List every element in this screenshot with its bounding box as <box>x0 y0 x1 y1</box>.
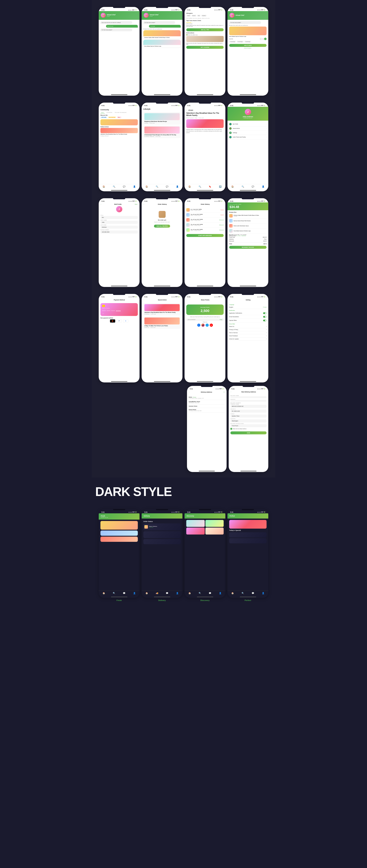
instagram-share-btn[interactable]: 📷 <box>201 323 204 327</box>
nav-search-icon[interactable]: 🔍 <box>156 185 158 188</box>
email-notif-setting[interactable]: Email Newsletters <box>229 315 266 319</box>
tag-high-protein[interactable]: HIGH PROTEIN <box>108 117 116 118</box>
email-notif-toggle[interactable] <box>263 316 266 318</box>
recipe-card-2[interactable]: Oven Baked Apricot Chicken Legs <box>143 40 181 48</box>
tab-nutrition[interactable]: NUTRITION <box>106 112 113 114</box>
tab-daily[interactable]: DAILY <box>101 112 105 114</box>
decrement-btn[interactable]: - <box>260 38 262 40</box>
nav-profile-icon[interactable]: 👤 <box>262 592 265 595</box>
nav-search-icon[interactable]: 🔍 <box>242 592 244 595</box>
apple-pay-btn[interactable]: 🍎 <box>110 319 115 322</box>
tag-calories[interactable]: CAL... <box>117 117 121 118</box>
saved-article-1[interactable]: Valentine's Day Breakfast Ideas For The … <box>143 303 181 316</box>
get-cooking-button[interactable]: GET COOKING <box>186 46 224 49</box>
profile-item-settings[interactable]: ⚙️ Settings › <box>229 131 266 135</box>
privacy-setting[interactable]: Privacy of Policy › <box>229 328 266 331</box>
nav-search-icon[interactable]: 🔍 <box>198 592 201 595</box>
view-all-link[interactable]: view all recipes › <box>229 48 266 49</box>
back-btn[interactable]: ‹ <box>231 391 231 393</box>
input-country[interactable]: Washington <box>230 420 266 422</box>
chat-bubble-2[interactable]: Now 20 mins <box>106 25 138 28</box>
back-btn[interactable]: ‹ <box>101 299 101 301</box>
input-address-in[interactable]: DC 2025-1100 <box>230 410 266 413</box>
address-home[interactable]: Home (Default) 1702 Athens Place, Quebec… <box>189 396 225 400</box>
portion-4[interactable]: 4 servings <box>244 41 251 42</box>
input-phone[interactable]: 426-980-0063 <box>101 230 138 234</box>
add-address-btn[interactable]: + <box>223 391 225 393</box>
update-setting[interactable]: Check for Update › <box>229 338 266 341</box>
back-btn[interactable]: ‹ <box>144 299 144 301</box>
start-new-box-btn[interactable]: START WITH NEW BOX <box>186 234 224 237</box>
input-delivery-instructions[interactable]: Front Porch <box>230 424 266 427</box>
back-icon[interactable]: ‹ <box>186 110 187 111</box>
nav-community-icon[interactable]: 💬 <box>166 592 169 595</box>
order-item-5[interactable]: Tue, 15 Jan 6:00-7:00PM $29.32 · 3 recip… <box>186 227 224 232</box>
save-address-btn[interactable]: SAVE <box>230 431 266 434</box>
nav-home-icon[interactable]: 🏠 <box>188 592 191 595</box>
order-item-4[interactable]: Thu, 36 Jan 6:00-7:00PM $29.32 · 3 recip… <box>186 222 224 227</box>
nav-home-icon[interactable]: 🏠 <box>102 185 105 188</box>
nav-search-icon[interactable]: 🔍 <box>113 592 115 595</box>
nav-profile-icon[interactable]: 👤 <box>219 592 222 595</box>
nav-community-icon[interactable]: 💬 <box>209 592 211 595</box>
back-btn[interactable]: ‹ <box>101 204 101 205</box>
google-pay-btn[interactable]: G <box>123 319 129 322</box>
input-title[interactable]: Mrs <box>101 216 138 219</box>
order-status-2[interactable]: Cancel <box>220 214 224 215</box>
tab-tips[interactable]: TIPS AND TECHNIQUES <box>114 112 127 114</box>
profile-item-myprofile[interactable]: 👤 My Profile › <box>229 122 266 126</box>
special-offers-setting[interactable]: Special Offers <box>229 319 266 322</box>
portion-3[interactable]: 3 servings <box>237 41 244 42</box>
terms-setting[interactable]: Term of Service › <box>229 331 266 334</box>
nav-home-icon[interactable]: 🏠 <box>231 185 234 188</box>
order-status-1[interactable]: Cancel <box>220 209 224 210</box>
nav-home-icon[interactable]: 🏠 <box>231 592 234 595</box>
back-btn[interactable]: ‹ <box>187 299 187 301</box>
quantity-stepper[interactable]: - 1 + <box>260 38 266 40</box>
input-delivery-name[interactable] <box>230 396 266 398</box>
app-notif-setting[interactable]: Application Notifications <box>229 311 266 315</box>
reorder-btn[interactable]: REORDER THIS BOX <box>229 246 266 249</box>
copy-btn[interactable]: Copy <box>220 319 222 320</box>
nav-profile-icon[interactable]: 👤 <box>176 185 179 188</box>
back-btn[interactable]: ‹ <box>230 299 230 301</box>
nav-community-icon[interactable]: 💬 <box>123 592 125 595</box>
address-grandmother[interactable]: GrandMother Home 280 Atlantic, Suite 120 <box>189 400 225 404</box>
order-item-3[interactable]: Thu, 26 Jan 6:00-7:00PM $29.32 · 3 recip… <box>186 218 224 222</box>
back-btn[interactable]: ‹ <box>187 204 187 205</box>
feedback-setting[interactable]: Send Feedback › <box>229 334 266 338</box>
input-first-name[interactable]: Julia <box>101 221 138 224</box>
nav-home-icon[interactable]: 🏠 <box>102 592 105 595</box>
nav-profile-icon[interactable]: 👤 <box>133 592 136 595</box>
input-company-name[interactable]: MECASYSTEMS INC <box>230 405 266 408</box>
nav-community-icon[interactable]: 💬 <box>166 185 169 188</box>
nav-search-icon[interactable]: 🔍 <box>242 185 244 188</box>
input-street[interactable]: Quebec Place <box>230 414 266 417</box>
facebook-share-btn[interactable]: f <box>197 323 200 327</box>
address-summer[interactable]: Summer Home <box>189 404 225 408</box>
order-item-2[interactable]: Tue, 25 Jan 6:00-7:00PM $29.32 · 3 recip… <box>186 213 224 218</box>
lang-setting[interactable]: English Change <box>229 306 266 309</box>
profile-item-invite[interactable]: 👥 Invite Friend and Family › <box>229 135 266 140</box>
article-raspberry[interactable]: Raspberry Elderflower Mocktail Recipe #R… <box>143 112 181 125</box>
nav-community-icon[interactable]: 💬 <box>252 592 254 595</box>
save-btn[interactable]: Save <box>135 204 137 205</box>
portion-2[interactable]: 2 servings <box>229 41 236 42</box>
add-to-box-button[interactable]: ADD TO BOX <box>229 44 266 47</box>
see-all-tips-button[interactable]: SEE ALL TIPS <box>186 28 224 31</box>
saved-article-2[interactable]: 2 Ways To Make The Perfect Love Potion #… <box>143 316 181 329</box>
back-btn[interactable]: ‹ <box>189 392 190 393</box>
nav-share-icon[interactable]: ↗️ <box>219 185 222 188</box>
recipe-card-1[interactable]: Chicken Fajitas With Seeded Tortilla Wra… <box>143 30 181 39</box>
twitter-share-btn[interactable]: t <box>205 323 209 327</box>
about-us-setting[interactable]: About Us › <box>229 325 266 328</box>
article-pizza[interactable]: 3 Homemade Pizza Recipes For Every Meal … <box>143 125 181 138</box>
paypal-btn[interactable]: P <box>117 319 122 322</box>
nav-profile-icon[interactable]: 👤 <box>176 592 179 595</box>
nav-search-icon[interactable]: 🔍 <box>113 185 115 188</box>
nav-save-icon[interactable]: 🔖 <box>209 185 211 188</box>
chat-a[interactable]: 2 servings <box>149 25 181 28</box>
default-checkbox[interactable]: ✓ <box>230 428 232 430</box>
lang-change[interactable]: Change <box>263 307 266 308</box>
view-all-recipes-btn[interactable]: VIEW ALL RECIPES <box>154 225 170 227</box>
